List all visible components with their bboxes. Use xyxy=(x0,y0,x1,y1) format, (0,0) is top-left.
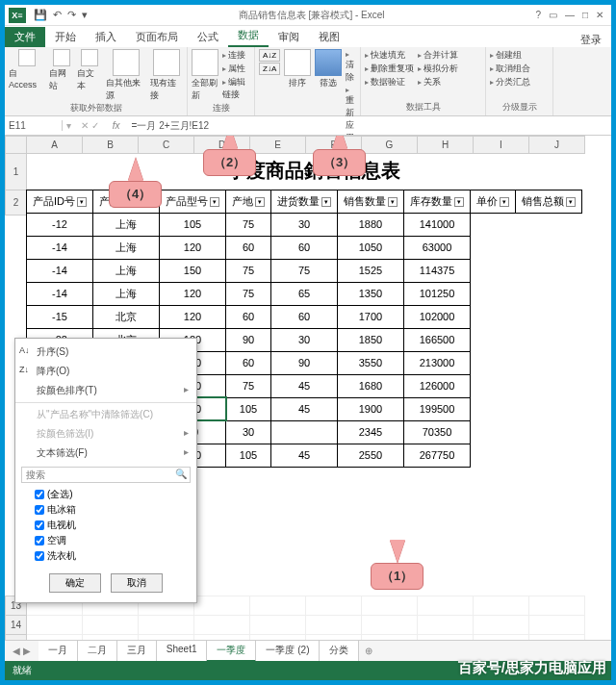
undo-icon: ↶ xyxy=(53,9,62,21)
tab-insert[interactable]: 插入 xyxy=(86,27,126,47)
name-box[interactable]: E11 xyxy=(5,120,63,131)
sheet-tab[interactable]: 一季度 xyxy=(207,641,256,662)
tab-layout[interactable]: 页面布局 xyxy=(126,27,188,47)
clear-filter: 从"产品名称"中清除筛选(C) xyxy=(15,405,196,424)
check-item[interactable]: 洗衣机 xyxy=(35,549,189,563)
title-bar: X≡ 💾↶↷▾ 商品销售信息表 [兼容模式] - Excel ?▭—□✕ xyxy=(5,5,611,26)
table-row[interactable]: -14上海 12075 651350101250 xyxy=(27,282,582,305)
from-other[interactable]: 自其他来源 xyxy=(106,49,146,102)
sheet-tab[interactable]: 三月 xyxy=(117,641,157,662)
from-access[interactable]: 自 Access xyxy=(9,49,45,89)
text-filter[interactable]: 文本筛选(F)▸ xyxy=(15,444,196,463)
tab-review[interactable]: 审阅 xyxy=(269,27,309,47)
sort-button[interactable]: 排序 xyxy=(284,49,311,89)
tab-data[interactable]: 数据 xyxy=(228,25,269,47)
table-row[interactable]: -14上海 15075 751525114375 xyxy=(27,259,582,282)
table-row[interactable]: -14上海 12060 60105063000 xyxy=(27,236,582,259)
save-icon: 💾 xyxy=(34,9,47,21)
sheet-tabs: ◀ ▶ 一月二月三月Sheet1一季度一季度 (2)分类 ⊕ xyxy=(5,640,611,661)
redo-icon: ↷ xyxy=(67,9,76,21)
sheet-nav[interactable]: ◀ ▶ xyxy=(5,646,38,656)
callout-1: （1） xyxy=(371,540,424,590)
formula-bar: E11 ▾ ✕ ✓ fx =一月 2+三月!E12 xyxy=(5,116,611,136)
callout-2: （2） xyxy=(203,136,256,176)
col-id[interactable]: 产品ID号▾ xyxy=(27,190,93,213)
sort-desc[interactable]: Z↓降序(O) xyxy=(15,362,196,381)
callout-3: （3） xyxy=(313,136,366,176)
quick-access-toolbar[interactable]: 💾↶↷▾ xyxy=(34,9,88,21)
check-all[interactable]: (全选) xyxy=(35,488,189,501)
refresh-all[interactable]: 全部刷新 xyxy=(192,49,218,102)
sheet-tab[interactable]: 一季度 (2) xyxy=(256,641,320,662)
col-stock[interactable]: 库存数量▾ xyxy=(404,190,471,213)
filter-button[interactable]: 筛选 xyxy=(315,49,342,89)
worksheet[interactable]: ABCDEFGHIJ 1 2 1314151617181920212223242… xyxy=(5,136,611,640)
tab-formula[interactable]: 公式 xyxy=(188,27,228,47)
sort-asc[interactable]: A↓升序(S) xyxy=(15,342,196,362)
col-place[interactable]: 产地▾ xyxy=(226,190,271,213)
tab-file[interactable]: 文件 xyxy=(5,27,45,47)
ribbon-tabs: 文件 开始 插入 页面布局 公式 数据 审阅 视图 登录 xyxy=(5,26,611,47)
ok-button[interactable]: 确定 xyxy=(49,573,101,593)
col-price[interactable]: 单价▾ xyxy=(471,190,516,213)
tab-start[interactable]: 开始 xyxy=(45,27,86,47)
from-text[interactable]: 自文本 xyxy=(77,49,101,92)
check-item[interactable]: 电冰箱 xyxy=(35,503,189,517)
formula-input[interactable]: =一月 2+三月!E12 xyxy=(128,119,611,133)
window-controls[interactable]: ?▭—□✕ xyxy=(535,10,603,20)
window-title: 商品销售信息表 [兼容模式] - Excel xyxy=(88,9,535,22)
existing-conn[interactable]: 现有连接 xyxy=(150,49,183,102)
ribbon: 自 Access 自网站 自文本 自其他来源 现有连接 获取外部数据 全部刷新 … xyxy=(5,47,611,116)
check-item[interactable]: 电视机 xyxy=(35,519,189,532)
sheet-tab[interactable]: 一月 xyxy=(38,641,78,662)
col-in[interactable]: 进货数量▾ xyxy=(271,190,338,213)
callout-4: （4） xyxy=(109,158,162,208)
watermark: 百家号/思家力电脑应用 xyxy=(458,659,606,677)
table-row[interactable]: -12上海 10575 301880141000 xyxy=(27,213,582,236)
excel-icon: X≡ xyxy=(9,8,26,23)
filter-dropdown: A↓升序(S) Z↓降序(O) 按颜色排序(T)▸ 从"产品名称"中清除筛选(C… xyxy=(14,338,197,603)
login-link[interactable]: 登录 xyxy=(580,33,611,47)
col-total[interactable]: 销售总额▾ xyxy=(516,190,582,213)
sheet-tab[interactable]: Sheet1 xyxy=(157,641,208,662)
fx-icon[interactable]: fx xyxy=(105,120,128,131)
sheet-tab[interactable]: 二月 xyxy=(78,641,117,662)
table-row[interactable]: -15北京 12060 601700102000 xyxy=(27,305,582,328)
tab-view[interactable]: 视图 xyxy=(309,27,349,47)
sort-color[interactable]: 按颜色排序(T)▸ xyxy=(15,381,196,400)
from-web[interactable]: 自网站 xyxy=(49,49,73,92)
col-model[interactable]: 产品型号▾ xyxy=(160,190,226,213)
check-item[interactable]: 空调 xyxy=(35,534,189,547)
cancel-button[interactable]: 取消 xyxy=(111,573,163,593)
filter-search[interactable]: 🔍 xyxy=(21,467,191,483)
col-sold[interactable]: 销售数量▾ xyxy=(338,190,404,213)
filter-color: 按颜色筛选(I)▸ xyxy=(15,424,196,444)
sheet-tab[interactable]: 分类 xyxy=(320,641,359,662)
